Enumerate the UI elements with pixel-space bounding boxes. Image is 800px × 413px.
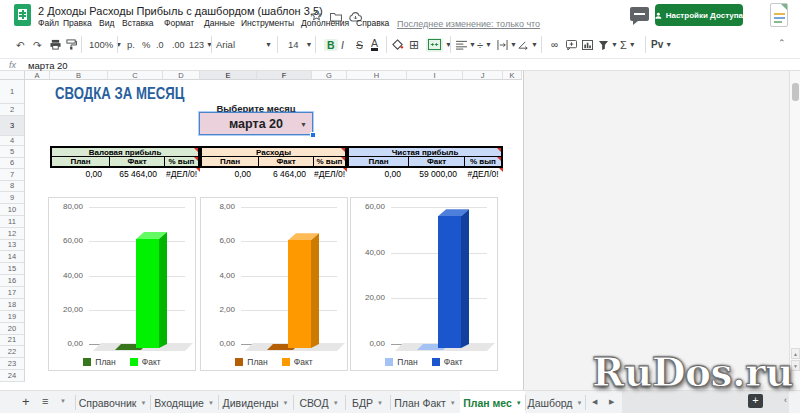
undo-icon[interactable]: ↶ — [16, 31, 25, 58]
column-header-K[interactable]: K — [503, 71, 522, 80]
format-percent-button[interactable]: % — [142, 31, 150, 58]
row-header-19[interactable]: 19 — [0, 311, 25, 323]
column-header-I[interactable]: I — [407, 71, 463, 80]
tab-nav-right-icon[interactable]: ▶ — [609, 398, 614, 406]
borders-icon[interactable]: ⊞ — [409, 31, 419, 58]
last-edit-link[interactable]: Последнее изменение: только что — [397, 19, 540, 29]
row-header-24[interactable]: 24 — [0, 370, 25, 382]
row-header-7[interactable]: 7 — [0, 169, 25, 181]
row-header-22[interactable]: 22 — [0, 346, 25, 358]
font-size-select[interactable]: 14▼ — [288, 31, 313, 58]
menu-1[interactable]: Файл — [38, 18, 59, 28]
menu-9[interactable]: Справка — [356, 18, 389, 28]
row-header-1[interactable]: 1 — [0, 80, 25, 104]
sheet-tab-menu-icon[interactable]: ▼ — [516, 400, 522, 406]
format-currency-button[interactable]: р. — [127, 31, 135, 58]
tab-scroll-caret-icon[interactable]: ▼ — [60, 398, 66, 404]
v-scrollbar[interactable]: ▲ ▼ — [789, 71, 800, 390]
row-header-23[interactable]: 23 — [0, 358, 25, 370]
formula-bar[interactable]: fx марта 20 — [0, 58, 800, 71]
row-header-4[interactable]: 4 — [0, 136, 25, 146]
corner-box[interactable] — [0, 71, 25, 80]
sheet-tab-8[interactable]: Дашборд▼ — [525, 391, 585, 413]
add-sheet-button[interactable]: + — [22, 394, 30, 409]
column-header-H[interactable]: H — [347, 71, 407, 80]
comment-icon[interactable] — [630, 7, 649, 21]
doc-title[interactable]: 2 Доходы Расходы Прибыль с дашбордом (ша… — [38, 5, 323, 17]
strikethrough-button[interactable]: S — [356, 31, 363, 58]
insert-chart-icon[interactable] — [582, 31, 593, 58]
tab-nav-left-icon[interactable]: ◀ — [592, 398, 597, 406]
chart-2[interactable]: 8,006,004,002,000,00ПланФакт — [200, 197, 348, 371]
menu-2[interactable]: Правка — [63, 18, 92, 28]
horizontal-align-icon[interactable]: ▼ — [456, 31, 476, 58]
text-wrap-icon[interactable]: ▼ — [497, 31, 517, 58]
row-header-6[interactable]: 6 — [0, 158, 25, 170]
row-header-20[interactable]: 20 — [0, 323, 25, 335]
merge-cells-icon[interactable]: ▼ — [426, 31, 452, 58]
row-header-2[interactable]: 2 — [0, 104, 25, 116]
text-rotation-icon[interactable]: ▼ — [518, 31, 538, 58]
pv-menu[interactable]: Pv▼ — [651, 31, 672, 58]
more-formats-button[interactable]: 123▼ — [189, 31, 213, 58]
menu-5[interactable]: Формат — [164, 18, 194, 28]
row-header-16[interactable]: 16 — [0, 275, 25, 287]
v-scrollbar-thumb[interactable] — [792, 83, 799, 101]
column-header-A[interactable]: A — [25, 71, 50, 80]
insert-link-icon[interactable]: ∞ — [551, 31, 558, 58]
toolbar-collapse-icon[interactable]: ⌃ — [778, 38, 786, 48]
sheet-tab-menu-icon[interactable]: ▼ — [450, 400, 456, 406]
sheet-tab-menu-icon[interactable]: ▼ — [282, 400, 288, 406]
row-header-8[interactable]: 8 — [0, 181, 25, 193]
row-header-9[interactable]: 9 — [0, 192, 25, 204]
chart-1[interactable]: 80,0060,0040,0020,000,00ПланФакт — [48, 197, 196, 371]
row-header-17[interactable]: 17 — [0, 287, 25, 299]
sheet-tab-menu-icon[interactable]: ▼ — [208, 400, 214, 406]
insert-comment-icon[interactable] — [566, 31, 577, 58]
sheet-tab-2[interactable]: Входящие▼ — [150, 391, 218, 413]
print-icon[interactable] — [50, 31, 61, 58]
menu-8[interactable]: Дополнения — [301, 18, 349, 28]
bold-button[interactable]: B — [324, 31, 338, 58]
selection-fill-handle[interactable] — [310, 132, 316, 138]
column-header-D[interactable]: D — [163, 71, 200, 80]
row-header-14[interactable]: 14 — [0, 251, 25, 263]
all-sheets-button[interactable]: ≡ — [42, 395, 48, 407]
redo-icon[interactable]: ↷ — [33, 31, 42, 58]
fill-color-icon[interactable] — [392, 31, 404, 58]
paint-format-icon[interactable] — [66, 31, 77, 58]
sheet-tab-5[interactable]: БДР▼ — [345, 391, 390, 413]
month-dropdown[interactable]: марта 20 ▼ — [199, 112, 313, 135]
text-color-button[interactable]: A — [371, 31, 378, 58]
increase-decimals-button[interactable]: .00 — [172, 31, 185, 58]
row-header-5[interactable]: 5 — [0, 146, 25, 158]
sheet-tab-menu-icon[interactable]: ▼ — [333, 400, 339, 406]
column-header-F[interactable]: F — [257, 71, 312, 80]
sheet-tab-menu-icon[interactable]: ▼ — [377, 400, 383, 406]
menu-6[interactable]: Данные — [204, 18, 235, 28]
row-header-3[interactable]: 3 — [0, 116, 25, 136]
column-header-B[interactable]: B — [50, 71, 108, 80]
column-header-C[interactable]: C — [108, 71, 163, 80]
italic-button[interactable]: I — [341, 31, 344, 58]
sheet-tab-1[interactable]: Справочник▼ — [75, 391, 150, 413]
share-button[interactable]: Настройки Доступа — [655, 4, 743, 26]
row-header-15[interactable]: 15 — [0, 263, 25, 275]
sheet-tab-7[interactable]: План мес▼ — [460, 391, 525, 413]
row-header-13[interactable]: 13 — [0, 240, 25, 252]
row-header-12[interactable]: 12 — [0, 228, 25, 240]
avatar[interactable] — [770, 3, 788, 27]
row-header-18[interactable]: 18 — [0, 299, 25, 311]
decrease-decimals-button[interactable]: .0 — [156, 31, 164, 58]
font-select[interactable]: Arial▼ — [216, 31, 272, 58]
functions-icon[interactable]: Σ▼ — [620, 31, 636, 58]
h-scroll-left-icon[interactable]: ‹ — [784, 395, 787, 405]
menu-3[interactable]: Вид — [99, 18, 114, 28]
sheets-logo-icon[interactable] — [14, 4, 31, 26]
filter-icon[interactable]: ▼ — [598, 31, 618, 58]
row-header-11[interactable]: 11 — [0, 216, 25, 228]
sheet-tab-6[interactable]: План Факт▼ — [390, 391, 460, 413]
vertical-align-icon[interactable]: ÷▼ — [477, 31, 492, 58]
menu-4[interactable]: Вставка — [122, 18, 154, 28]
column-header-J[interactable]: J — [463, 71, 503, 80]
